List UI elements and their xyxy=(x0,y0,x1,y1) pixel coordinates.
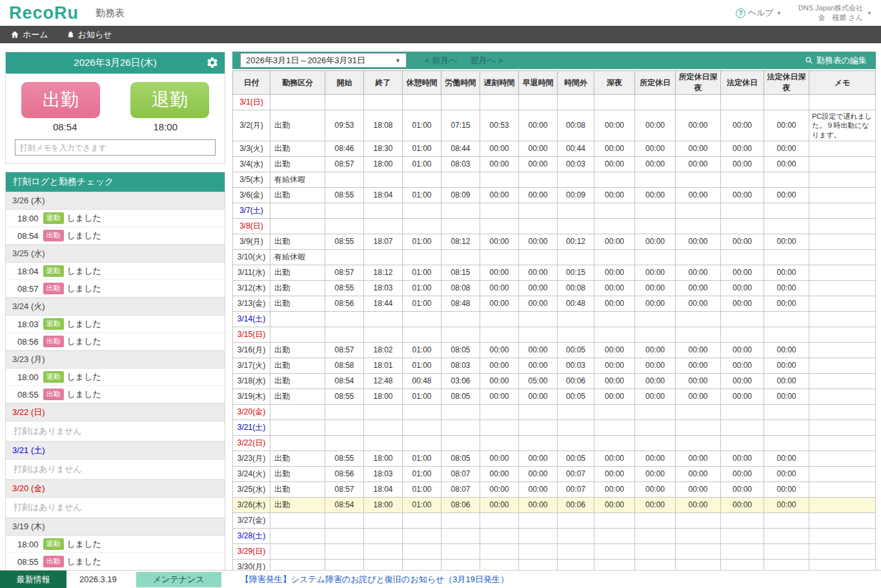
log-group-date: 3/20 (金) xyxy=(6,480,225,498)
time-value-cell xyxy=(635,95,676,110)
date-cell: 3/27(金) xyxy=(233,512,270,528)
memo-cell xyxy=(809,420,876,435)
time-value-cell xyxy=(676,435,721,451)
help-menu[interactable]: ? ヘルプ ▼ xyxy=(736,7,782,19)
time-value-cell: 00:00 xyxy=(480,389,519,404)
time-value-cell xyxy=(325,543,364,559)
next-month-link[interactable]: 翌月へ > xyxy=(471,55,503,66)
time-value-cell: 18:07 xyxy=(364,234,403,249)
memo-cell xyxy=(809,435,876,451)
log-entry: 08:54出勤しました xyxy=(6,227,225,245)
nav-notice[interactable]: お知らせ xyxy=(66,29,112,41)
work-type-cell: 出勤 xyxy=(270,358,325,373)
time-value-cell xyxy=(441,311,480,327)
time-value-cell xyxy=(558,249,594,265)
news-link[interactable]: 【障害発生】システム障害のお詫びと復旧のお知らせ（3月19日発生） xyxy=(241,574,509,585)
time-value-cell: 00:00 xyxy=(480,342,519,358)
time-value-cell xyxy=(519,95,558,110)
user-menu[interactable]: DNS Japan株式会社 金 槿嫦 さん ▼ xyxy=(798,3,872,23)
time-value-cell: 00:00 xyxy=(635,156,676,172)
log-group-date: 3/22 (日) xyxy=(6,403,225,421)
time-value-cell xyxy=(403,404,441,420)
time-value-cell xyxy=(635,311,676,327)
time-value-cell xyxy=(676,543,721,559)
time-value-cell xyxy=(325,203,364,218)
time-value-cell xyxy=(325,512,364,528)
time-value-cell xyxy=(403,435,441,451)
column-header: 労働時間 xyxy=(441,71,480,95)
log-empty-text: 打刻はありません xyxy=(6,498,225,518)
table-row: 3/18(水)出勤08:5412:4800:4803:0600:0005:000… xyxy=(233,373,876,389)
time-value-cell xyxy=(558,420,594,435)
time-value-cell: 18:02 xyxy=(364,342,403,358)
time-value-cell xyxy=(325,311,364,327)
time-value-cell xyxy=(594,95,635,110)
date-cell: 3/29(日) xyxy=(233,543,270,559)
clock-in-button[interactable]: 出勤 xyxy=(21,82,100,118)
punch-memo-input[interactable] xyxy=(15,139,216,156)
time-value-cell: 00:09 xyxy=(558,187,594,203)
time-value-cell: 00:00 xyxy=(721,451,764,466)
table-row: 3/24(火)出勤08:5618:0301:0008:0700:0000:000… xyxy=(233,466,876,482)
time-value-cell xyxy=(764,528,809,543)
time-value-cell: 01:00 xyxy=(403,466,441,482)
memo-cell xyxy=(809,528,876,543)
date-cell: 3/2(月) xyxy=(233,110,270,141)
time-value-cell xyxy=(480,249,519,265)
time-value-cell xyxy=(676,559,721,570)
date-cell: 3/30(月) xyxy=(233,559,270,570)
time-value-cell: 18:00 xyxy=(364,497,403,512)
settings-button[interactable] xyxy=(206,56,219,71)
time-value-cell: 00:00 xyxy=(676,280,721,296)
time-value-cell xyxy=(325,435,364,451)
time-value-cell xyxy=(594,311,635,327)
table-row: 3/5(木)有給休暇 xyxy=(233,172,876,187)
app-logo[interactable]: RecoRu xyxy=(9,3,79,23)
date-cell: 3/7(土) xyxy=(233,203,270,218)
column-header: 勤務区分 xyxy=(270,71,325,95)
time-value-cell xyxy=(676,95,721,110)
work-type-cell: 出勤 xyxy=(270,497,325,512)
time-value-cell xyxy=(721,512,764,528)
time-value-cell: 00:00 xyxy=(676,265,721,280)
time-value-cell xyxy=(558,435,594,451)
time-value-cell xyxy=(519,420,558,435)
time-value-cell: 00:00 xyxy=(594,497,635,512)
work-type-cell: 出勤 xyxy=(270,389,325,404)
current-date-title: 2026年3月26日(木) xyxy=(74,57,156,69)
date-cell: 3/24(火) xyxy=(233,466,270,482)
date-cell: 3/21(土) xyxy=(233,420,270,435)
time-value-cell xyxy=(594,327,635,342)
time-value-cell: 00:00 xyxy=(635,466,676,482)
time-value-cell xyxy=(441,435,480,451)
edit-timesheet-button[interactable]: 勤務表の編集 xyxy=(805,55,872,66)
time-value-cell xyxy=(721,327,764,342)
time-value-cell xyxy=(441,203,480,218)
log-entry: 08:57出勤しました xyxy=(6,280,225,298)
time-value-cell: 18:03 xyxy=(364,280,403,296)
time-value-cell xyxy=(519,311,558,327)
table-row: 3/21(土) xyxy=(233,420,876,435)
time-value-cell xyxy=(721,203,764,218)
column-header: 所定休日深夜 xyxy=(676,71,721,95)
time-value-cell xyxy=(635,528,676,543)
time-value-cell: 00:00 xyxy=(635,342,676,358)
clock-out-button[interactable]: 退勤 xyxy=(130,82,209,118)
time-value-cell: 18:04 xyxy=(364,187,403,203)
nav-home[interactable]: ホーム xyxy=(10,29,48,41)
time-value-cell: 01:00 xyxy=(403,342,441,358)
time-value-cell xyxy=(480,559,519,570)
time-value-cell: 00:00 xyxy=(764,451,809,466)
work-type-cell xyxy=(270,311,325,327)
memo-cell xyxy=(809,404,876,420)
prev-month-link[interactable]: < 前月へ xyxy=(425,55,458,66)
log-entry-time: 18:00 xyxy=(17,540,39,549)
time-value-cell xyxy=(519,559,558,570)
period-value: 2026年3月1日～2026年3月31日 xyxy=(246,55,365,66)
time-value-cell: 00:00 xyxy=(480,466,519,482)
period-select[interactable]: 2026年3月1日～2026年3月31日 ▼ xyxy=(240,53,407,68)
column-header: 遅刻時間 xyxy=(480,71,519,95)
memo-cell xyxy=(809,373,876,389)
time-value-cell: 00:00 xyxy=(676,156,721,172)
time-value-cell xyxy=(635,404,676,420)
